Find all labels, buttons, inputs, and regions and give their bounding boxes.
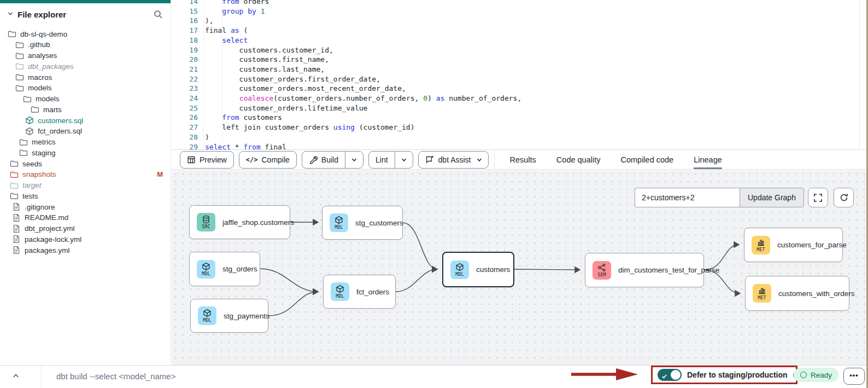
tree-item-target[interactable]: target [0,180,171,191]
tree-item-label: .gitignore [25,203,55,211]
code-line-22[interactable]: 22 customer_orders.first_order_date, [172,74,868,84]
more-options-button[interactable]: ••• [843,368,865,385]
tree-item-label: tests [22,192,38,200]
statusbar-divider [41,366,42,388]
lint-button[interactable]: Lint [368,151,413,169]
build-dropdown[interactable] [345,152,363,168]
tree-item-macros[interactable]: macros [0,72,171,83]
code-line-25[interactable]: 25 customer_orders.lifetime_value [172,103,868,113]
table-icon [187,155,196,164]
check-icon [661,372,667,381]
tree-item-analyses[interactable]: analyses [0,50,171,61]
mdl-badge: MDL [197,260,215,279]
code-line-20[interactable]: 20 customers.first_name, [172,55,868,65]
lineage-node-stg_orders[interactable]: MDLstg_orders [189,252,260,286]
tree-item-models[interactable]: models [0,94,171,105]
node-name: stg_orders [222,265,257,273]
tree-item-staging[interactable]: staging [0,147,171,158]
tab-results[interactable]: Results [509,150,536,169]
update-graph-button[interactable]: Update Graph [740,188,804,207]
code-line-14[interactable]: 14 from orders [172,0,868,7]
mdl-badge: MDL [331,282,349,301]
refresh-button[interactable] [834,188,854,207]
lint-dropdown[interactable] [395,152,413,168]
tab-code-quality[interactable]: Code quality [556,150,601,169]
tab-lineage[interactable]: Lineage [694,150,722,169]
tree-item-db-sl-qs-demo[interactable]: db-sl-qs-demo [0,28,171,39]
tree-item-package-lock-yml[interactable]: package-lock.yml [0,234,171,245]
command-input[interactable]: dbt build --select <model_name> [56,372,175,381]
tree-item-label: target [22,181,42,189]
tree-item-label: marts [43,106,62,114]
code-line-15[interactable]: 15 group by 1 [172,7,868,16]
lineage-canvas[interactable]: SRCjaffle_shop.customersMDLstg_customers… [172,170,868,365]
code-line-27[interactable]: 27 left join customer_orders using (cust… [172,123,868,132]
lineage-selector-input[interactable] [635,188,740,207]
tree-item-fct-orders-sql[interactable]: fct_orders.sql [0,126,171,137]
build-button[interactable]: Build [302,151,363,169]
tree-item-marts[interactable]: marts [0,104,171,115]
line-number: 16 [172,16,198,26]
tree-item-metrics[interactable]: metrics [0,137,171,148]
editor-scrollbar-track[interactable] [859,0,860,149]
lineage-node-customers_for_parse[interactable]: METcustomers_for_parse [744,228,843,262]
line-number: 19 [172,45,198,55]
code-editor[interactable]: 14 from orders15 group by 116),17final a… [172,0,868,149]
file-explorer-title: File explorer [17,10,153,19]
folder-icon [10,181,19,190]
code-line-21[interactable]: 21 customers.last_name, [172,65,868,74]
expand-command-bar-icon[interactable] [12,372,22,382]
cube-icon [335,216,343,224]
tree-item--github[interactable]: .github [0,39,171,50]
line-text: ), [205,16,214,26]
tree-item-label: analyses [28,51,57,60]
tree-item-dbt-packages[interactable]: dbt_packages [0,61,171,72]
code-line-26[interactable]: 26 from customers [172,113,868,123]
tree-item-dbt-project-yml[interactable]: dbt_project.yml [0,223,171,234]
chevron-down-icon[interactable] [8,11,13,18]
line-number: 25 [172,103,198,113]
tree-item-snapshots[interactable]: snapshotsM [0,169,171,180]
tree-item--gitignore[interactable]: .gitignore [0,201,171,212]
tree-item-models[interactable]: models [0,83,171,94]
ellipsis-icon: ••• [849,371,859,379]
button-label: Preview [200,155,227,164]
search-icon[interactable] [153,9,163,19]
tree-item-seeds[interactable]: seeds [0,158,171,169]
compile-button[interactable]: </>Compile [239,151,297,169]
editor-toolbar: Preview</>CompileBuildLintdbt Assist Res… [172,149,868,170]
defer-toggle[interactable] [658,369,682,381]
dbt-assist-button[interactable]: dbt Assist [418,151,489,169]
tree-item-customers-sql[interactable]: customers.sql [0,115,171,126]
code-line-19[interactable]: 19 customers.customer_id, [172,45,868,55]
tree-item-tests[interactable]: tests [0,190,171,201]
lineage-node-fct_orders[interactable]: MDLfct_orders [323,275,396,309]
lineage-node-customers_with_orders[interactable]: METcustomers_with_orders [745,276,849,311]
tab-compiled-code[interactable]: Compiled code [620,150,673,169]
code-line-23[interactable]: 23 customer_orders.most_recent_order_dat… [172,84,868,94]
code-line-24[interactable]: 24 coalesce(customer_orders.number_of_or… [172,94,868,103]
edge-stg_customers-to-customers [403,223,437,269]
tree-item-label: macros [28,73,52,82]
node-name: customers [476,265,510,274]
line-number: 29 [172,142,198,150]
fullscreen-button[interactable] [808,188,828,207]
line-number: 20 [172,55,198,65]
code-line-16[interactable]: 16), [172,16,868,26]
lineage-node-stg_customers[interactable]: MDLstg_customers [322,206,403,240]
code-line-17[interactable]: 17final as ( [172,26,868,36]
folder-icon [15,40,24,49]
lineage-node-dim_customers_test_for_parse[interactable]: SEMdim_customers_test_for_parse [585,253,704,287]
preview-button[interactable]: Preview [180,151,234,169]
mdl-badge: MDL [330,213,348,232]
tree-item-packages-yml[interactable]: packages.yml [0,245,171,256]
code-line-18[interactable]: 18 select [172,36,868,45]
lineage-node-stg_payments[interactable]: MDLstg_payments [190,299,268,333]
lineage-node-jaffle_shop.customers[interactable]: SRCjaffle_shop.customers [189,205,290,239]
code-line-29[interactable]: 29select * from final [172,142,868,150]
lineage-node-customers[interactable]: MDLcustomers [442,252,514,287]
tree-item-readme-md[interactable]: README.md [0,212,171,223]
line-text: select * from final [205,142,286,150]
ready-status-badge[interactable]: Ready [794,368,838,382]
code-line-28[interactable]: 28) [172,132,868,142]
